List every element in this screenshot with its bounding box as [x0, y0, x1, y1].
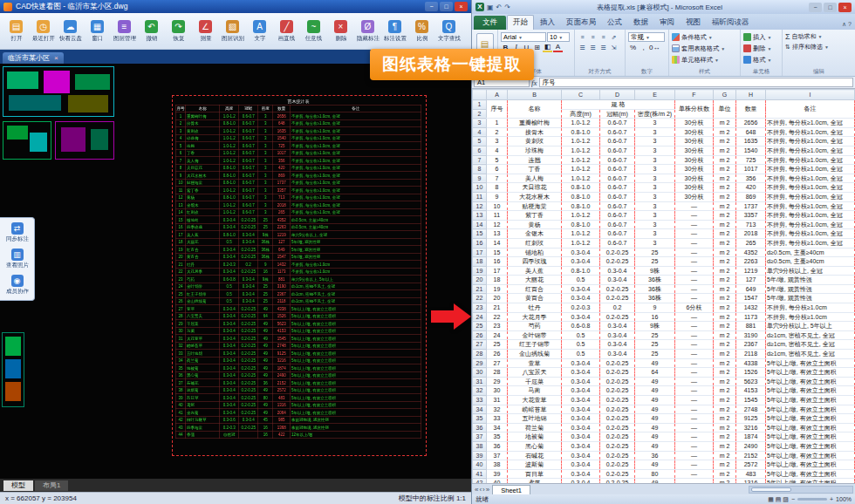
- tab-开始[interactable]: 开始: [507, 15, 534, 30]
- cell[interactable]: 725: [736, 155, 766, 165]
- cad-toolbar-button[interactable]: ▧图层识别: [219, 20, 246, 43]
- cell[interactable]: 0.3-0.4: [562, 358, 600, 368]
- cell[interactable]: 不拼剪, 每分枝≥1.0cm, 全冠: [766, 146, 855, 155]
- cell[interactable]: 连翘: [508, 155, 562, 165]
- cell[interactable]: —: [675, 469, 714, 479]
- cell[interactable]: 49: [635, 396, 675, 405]
- cell[interactable]: 881: [736, 322, 766, 331]
- cell[interactable]: —: [675, 284, 714, 294]
- cell[interactable]: 1173: [736, 312, 766, 322]
- row-header[interactable]: 18: [473, 257, 487, 267]
- cell[interactable]: 0.5: [562, 276, 600, 285]
- cell[interactable]: 不拼剪, 每分枝≥1.0cm, 全冠: [766, 220, 855, 229]
- cell[interactable]: 黑心菊: [508, 441, 562, 451]
- cell[interactable]: 2: [487, 127, 508, 137]
- row-header[interactable]: 39: [473, 451, 487, 460]
- decimal-buttons[interactable]: 0↔: [649, 43, 660, 52]
- row-header[interactable]: 6: [473, 146, 487, 155]
- cell[interactable]: —: [675, 322, 714, 331]
- cell[interactable]: 数量: [736, 100, 766, 119]
- cell[interactable]: 49: [635, 423, 675, 432]
- cell[interactable]: 2367: [736, 340, 766, 350]
- align-left-button[interactable]: ☰: [578, 43, 587, 52]
- delete-cells-button[interactable]: 删除▼: [743, 43, 779, 54]
- row-header[interactable]: 26: [473, 330, 487, 340]
- cell[interactable]: 铺地柏: [508, 248, 562, 257]
- tab-公式[interactable]: 公式: [602, 16, 627, 30]
- cell[interactable]: 5年以上/墩, 有效立土面积: [766, 451, 855, 460]
- row-header[interactable]: 12: [473, 201, 487, 211]
- cad-toolbar-button[interactable]: A文字: [246, 20, 273, 43]
- row-header[interactable]: 34: [473, 405, 487, 414]
- cell[interactable]: 不拼剪, 每分枝≥1.0cm, 全冠: [766, 174, 855, 183]
- row-header[interactable]: 9: [473, 174, 487, 183]
- cell[interactable]: 36株: [635, 284, 675, 294]
- minimize-icon[interactable]: −: [425, 2, 438, 11]
- cell[interactable]: 9株: [635, 266, 675, 276]
- cell[interactable]: m 2: [714, 303, 736, 313]
- cell[interactable]: 3: [635, 165, 675, 174]
- cad-toolbar-button[interactable]: ╱画直线: [273, 20, 300, 43]
- cad-toolbar-button[interactable]: ~任意线: [300, 20, 327, 43]
- cell[interactable]: 0.2-0.25: [600, 257, 635, 267]
- cell[interactable]: 0.3-0.4: [562, 469, 600, 479]
- cell[interactable]: —: [675, 257, 714, 267]
- cell[interactable]: 1526: [736, 368, 766, 378]
- cell[interactable]: 0.2-0.3: [562, 303, 600, 313]
- cell[interactable]: 0.3-0.4: [562, 451, 600, 460]
- cell[interactable]: 牡丹: [508, 303, 562, 313]
- cell[interactable]: 2748: [736, 405, 766, 414]
- row-header[interactable]: 4: [473, 127, 487, 137]
- cell[interactable]: 萱草: [508, 358, 562, 368]
- cell[interactable]: 5年以上/墩, 有效立土面积: [766, 414, 855, 424]
- cell[interactable]: 265: [736, 238, 766, 248]
- cell[interactable]: 30分枝: [675, 192, 714, 201]
- cell[interactable]: 49: [635, 386, 675, 396]
- cell[interactable]: 0.6-0.7: [600, 146, 635, 155]
- cell[interactable]: 30分枝: [675, 127, 714, 137]
- cell[interactable]: 0.2-0.25: [600, 441, 635, 451]
- cell[interactable]: 25: [635, 248, 675, 257]
- row-header[interactable]: 29: [473, 358, 487, 368]
- cell[interactable]: 5年/墩, 观赏性强: [766, 294, 855, 303]
- cell[interactable]: 18: [487, 276, 508, 285]
- cell[interactable]: m 2: [714, 146, 736, 155]
- cell[interactable]: 0.8-1.0: [562, 183, 600, 193]
- cad-side-tool-button[interactable]: ⇄同步标注: [0, 220, 34, 246]
- cell[interactable]: 备注: [766, 100, 855, 119]
- cell[interactable]: 36: [635, 451, 675, 460]
- cell[interactable]: 大花月季: [508, 312, 562, 322]
- cell[interactable]: 单穴9分枝以上, 全冠: [766, 266, 855, 276]
- cell[interactable]: 0.2-0.25: [600, 451, 635, 460]
- cell[interactable]: 3: [635, 201, 675, 211]
- comma-style-button[interactable]: ,: [639, 43, 648, 52]
- cell[interactable]: 2656: [736, 119, 766, 128]
- close-icon[interactable]: ×: [838, 3, 852, 12]
- cell[interactable]: 10: [487, 201, 508, 211]
- cell[interactable]: 大花水桠木: [508, 192, 562, 201]
- cell[interactable]: 80: [635, 469, 675, 479]
- autosum-button[interactable]: Σ自动求和▼: [785, 31, 852, 42]
- column-header-F[interactable]: F: [675, 90, 714, 100]
- orientation-button[interactable]: ⇗: [609, 32, 619, 42]
- cell[interactable]: 0.6-0.7: [600, 165, 635, 174]
- cell[interactable]: m 2: [714, 368, 736, 378]
- row-header[interactable]: 33: [473, 396, 487, 405]
- column-header-C[interactable]: C: [562, 90, 600, 100]
- cell[interactable]: 1219: [736, 266, 766, 276]
- cell[interactable]: 21: [487, 303, 508, 313]
- cell[interactable]: m 2: [714, 423, 736, 432]
- cell-styles-button[interactable]: 单元格样式▼: [672, 54, 737, 65]
- cell[interactable]: m 2: [714, 312, 736, 322]
- row-header[interactable]: 20: [473, 276, 487, 285]
- cell[interactable]: 49: [635, 432, 675, 442]
- cell[interactable]: m 2: [714, 330, 736, 340]
- cell[interactable]: 不拼剪, 每分枝≥1.0cm, 全冠: [766, 165, 855, 174]
- spreadsheet-grid[interactable]: ABCDEFGHI1序号名称规 格单株分枝数单位数量备注2高度(m)冠幅(m)密…: [472, 89, 855, 483]
- tab-插入[interactable]: 插入: [535, 16, 560, 30]
- cell[interactable]: 5年以上/墩, 有效立土面积: [766, 377, 855, 386]
- cell[interactable]: 0.2-0.25: [600, 377, 635, 386]
- cell[interactable]: 37: [487, 451, 508, 460]
- cell[interactable]: 黄百合: [508, 294, 562, 303]
- cell[interactable]: 49: [635, 414, 675, 424]
